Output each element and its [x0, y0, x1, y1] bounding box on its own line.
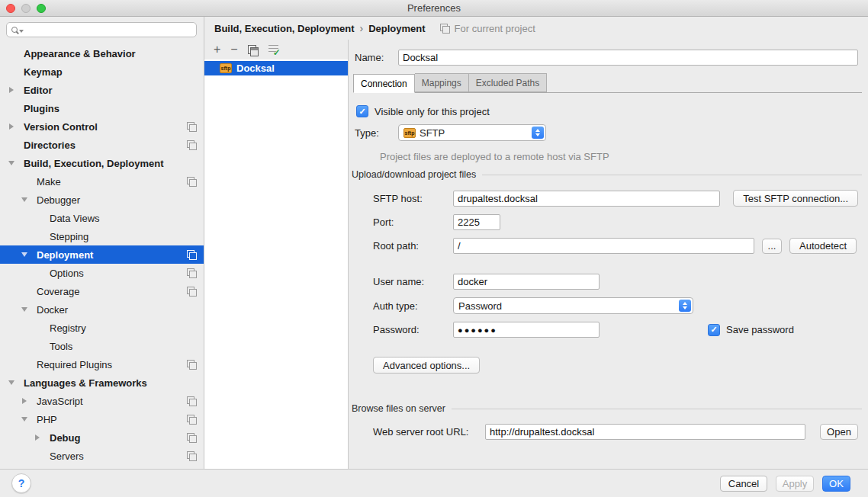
sidebar-item-languages-frameworks[interactable]: Languages & Frameworks [0, 374, 204, 392]
zoom-button[interactable] [37, 4, 46, 13]
use-as-default-button[interactable] [268, 45, 279, 55]
chevron-down-icon[interactable] [21, 307, 37, 312]
auth-type-label: Auth type: [373, 300, 453, 312]
sidebar-item-plugins[interactable]: Plugins [0, 99, 204, 117]
sidebar-item-servers[interactable]: Servers [0, 447, 204, 465]
per-project-icon [187, 140, 197, 150]
sidebar-item-keymap[interactable]: Keymap [0, 63, 204, 81]
search-input[interactable] [25, 24, 196, 36]
type-dropdown[interactable]: sftp SFTP [398, 124, 546, 141]
settings-search-box[interactable] [6, 22, 197, 37]
visible-only-checkbox[interactable] [356, 105, 368, 117]
chevron-right-icon[interactable] [8, 123, 24, 130]
per-project-icon [187, 451, 197, 461]
autodetect-button[interactable]: Autodetect [789, 238, 857, 254]
sftp-icon: sftp [403, 128, 416, 138]
sidebar-item-build-execution-deployment[interactable]: Build, Execution, Deployment [0, 154, 204, 172]
name-field[interactable] [398, 50, 858, 66]
sidebar-item-stepping[interactable]: Stepping [0, 227, 204, 245]
web-root-url-field[interactable] [485, 424, 805, 440]
cancel-button[interactable]: Cancel [720, 476, 767, 492]
minimize-button[interactable] [21, 4, 31, 13]
copy-server-button[interactable] [248, 45, 258, 55]
search-filter-caret-icon[interactable] [19, 30, 24, 33]
sidebar-item-editor[interactable]: Editor [0, 81, 204, 99]
per-project-icon [187, 250, 197, 260]
sidebar-item-version-control[interactable]: Version Control [0, 117, 204, 136]
user-name-field[interactable] [453, 274, 600, 290]
add-server-button[interactable]: + [214, 44, 220, 55]
sidebar-item-directories[interactable]: Directories [0, 136, 204, 154]
sidebar-item-label: Registry [50, 322, 86, 334]
tab-excluded-paths[interactable]: Excluded Paths [469, 73, 547, 92]
sidebar-item-coverage[interactable]: Coverage [0, 282, 204, 300]
chevron-down-icon[interactable] [21, 197, 37, 202]
type-label: Type: [355, 127, 398, 139]
tab-mappings[interactable]: Mappings [415, 73, 469, 92]
chevron-right-icon[interactable] [8, 87, 24, 93]
password-field[interactable] [453, 322, 600, 338]
open-button[interactable]: Open [820, 424, 858, 440]
advanced-options-button[interactable]: Advanced options... [373, 357, 480, 374]
chevron-down-icon[interactable] [8, 380, 24, 385]
root-path-field[interactable] [453, 238, 754, 254]
sidebar-item-options[interactable]: Options [0, 264, 204, 282]
chevron-down-icon[interactable] [21, 417, 37, 422]
close-button[interactable] [6, 4, 15, 13]
sidebar-item-label: Languages & Frameworks [24, 377, 147, 389]
remove-server-button[interactable]: − [230, 44, 237, 55]
tab-connection[interactable]: Connection [353, 74, 415, 93]
sidebar-item-label: Options [50, 268, 84, 279]
chevron-right-icon[interactable] [34, 434, 50, 441]
sidebar-item-label: Servers [50, 451, 84, 462]
port-label: Port: [373, 216, 453, 228]
main-area: Appearance & BehaviorKeymapEditorPlugins… [0, 17, 868, 469]
breadcrumb-item-deployment[interactable]: Deployment [368, 23, 425, 34]
apply-button[interactable]: Apply [776, 476, 814, 492]
sidebar-item-label: PHP [37, 414, 57, 425]
sidebar-item-registry[interactable]: Registry [0, 319, 204, 337]
sidebar-item-debug[interactable]: Debug [0, 428, 204, 447]
sidebar-item-data-views[interactable]: Data Views [0, 209, 204, 227]
sidebar-item-label: Keymap [24, 66, 63, 78]
chevron-down-icon[interactable] [8, 161, 24, 165]
search-icon [11, 27, 18, 33]
sidebar-item-appearance-behavior[interactable]: Appearance & Behavior [0, 44, 204, 63]
password-label: Password: [373, 324, 453, 335]
root-path-browse-button[interactable]: ... [762, 239, 782, 254]
sidebar-item-label: Editor [24, 85, 53, 96]
right-column: Build, Execution, Deployment › Deploymen… [204, 17, 868, 469]
sidebar-item-required-plugins[interactable]: Required Plugins [0, 355, 204, 374]
sidebar-item-tools[interactable]: Tools [0, 337, 204, 355]
settings-tree: Appearance & BehaviorKeymapEditorPlugins… [0, 44, 204, 469]
per-project-icon [187, 268, 197, 278]
breadcrumb-item-build-execution-deployment[interactable]: Build, Execution, Deployment [214, 23, 354, 34]
port-field[interactable] [453, 214, 500, 230]
sidebar-item-php[interactable]: PHP [0, 410, 204, 428]
server-item-docksal[interactable]: sftpDocksal [204, 61, 348, 75]
sidebar-item-docker[interactable]: Docker [0, 300, 204, 319]
section-divider [482, 175, 862, 175]
dropdown-stepper-icon [532, 127, 544, 139]
browse-section-title: Browse files on server [352, 403, 445, 414]
scope-label: For current project [455, 23, 535, 34]
server-item-label: Docksal [236, 63, 275, 74]
sidebar-item-make[interactable]: Make [0, 172, 204, 191]
sidebar-item-javascript[interactable]: JavaScript [0, 392, 204, 410]
sftp-host-field[interactable] [453, 191, 720, 207]
ok-button[interactable]: OK [822, 476, 850, 492]
upload-section-title: Upload/download project files [352, 169, 476, 180]
save-password-checkbox[interactable] [708, 324, 720, 336]
chevron-down-icon[interactable] [21, 252, 37, 257]
test-sftp-connection-button[interactable]: Test SFTP connection... [733, 190, 858, 207]
breadcrumb: Build, Execution, Deployment › Deploymen… [204, 17, 868, 40]
sidebar-item-deployment[interactable]: Deployment [0, 245, 204, 264]
sidebar-item-debugger[interactable]: Debugger [0, 191, 204, 209]
server-list: sftpDocksal [204, 59, 348, 469]
deployment-form: Name: ConnectionMappingsExcluded Paths V… [349, 40, 868, 469]
auth-type-dropdown[interactable]: Password [453, 297, 693, 314]
sftp-host-label: SFTP host: [373, 193, 453, 204]
type-value: SFTP [420, 127, 445, 139]
help-button[interactable]: ? [11, 473, 31, 493]
chevron-right-icon[interactable] [21, 398, 37, 404]
